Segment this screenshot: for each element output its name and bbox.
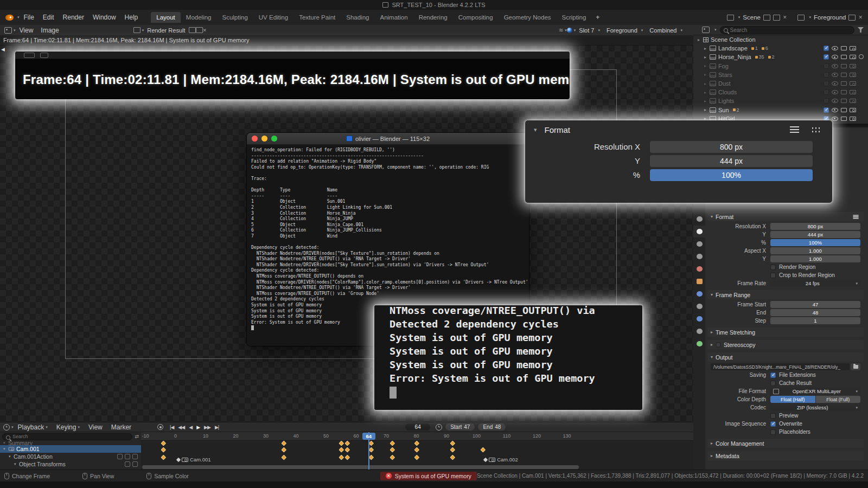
new-image-icon[interactable] (189, 27, 196, 33)
outliner-row-fog[interactable]: ▸Fog (693, 62, 868, 70)
expand-arrow-icon[interactable]: ▸ (704, 99, 710, 104)
layer-select[interactable]: Foreground▾ (603, 27, 646, 34)
outliner-search-input[interactable] (720, 26, 854, 34)
outliner-row-sun[interactable]: ▸Sun2 (693, 106, 868, 114)
panel-section-color-management[interactable]: ▸Color Management (707, 439, 864, 448)
disable-in-renders-icon[interactable] (850, 99, 856, 103)
exclude-checkbox[interactable] (824, 54, 829, 60)
channel-search[interactable] (2, 433, 132, 440)
use-preview-range-icon[interactable] (436, 424, 442, 431)
menu-render[interactable]: Render (59, 14, 88, 21)
checkbox-crop-to-render-region[interactable] (770, 273, 776, 278)
percentage-slider[interactable]: 100% (650, 169, 813, 181)
keyframe-diamond[interactable] (282, 447, 286, 452)
terminal-titlebar[interactable]: olivier — Blender — 115×32 (247, 133, 529, 145)
hide-in-viewport-icon[interactable] (832, 46, 838, 50)
channel-cam-001action[interactable]: ▾Cam.001Action (0, 453, 141, 460)
image-name[interactable]: Render Result (144, 27, 188, 34)
channel-toggle-icon[interactable] (125, 461, 130, 467)
workspace-tab-texture-paint[interactable]: Texture Paint (293, 12, 341, 23)
browse-image-icon[interactable] (133, 27, 141, 33)
number-field[interactable]: 1.000 (770, 247, 860, 254)
timeline-scrollbar[interactable] (142, 465, 579, 469)
hide-in-viewport-icon[interactable] (832, 90, 838, 94)
exclude-checkbox[interactable] (824, 63, 829, 69)
hide-in-viewport-icon[interactable] (832, 64, 838, 68)
exclude-checkbox[interactable] (824, 81, 829, 86)
panel-menu-icon[interactable] (790, 126, 799, 133)
expand-arrow-icon[interactable]: ▾ (9, 454, 14, 459)
properties-tab-physics[interactable] (693, 313, 705, 325)
keyframe-diamond[interactable] (282, 441, 286, 446)
number-field[interactable]: 1 (770, 317, 860, 324)
keyframe-diamond[interactable] (369, 455, 374, 460)
view-menu[interactable]: View (16, 27, 37, 34)
workspace-tab-compositing[interactable]: Compositing (453, 12, 499, 23)
properties-tab-particles[interactable] (693, 300, 705, 312)
workspace-tab-modeling[interactable]: Modeling (181, 12, 217, 23)
keyframe-diamond[interactable] (414, 455, 419, 460)
workspace-tab-animation[interactable]: Animation (374, 12, 413, 23)
frame-end-field[interactable]: End48 (478, 423, 506, 431)
properties-tab-render[interactable] (693, 213, 705, 225)
disable-in-viewports-icon[interactable] (841, 73, 847, 77)
menu-help[interactable]: Help (120, 14, 143, 21)
expand-arrow-icon[interactable]: ▾ (3, 441, 8, 445)
panel-section-metadata[interactable]: ▸Metadata (707, 451, 864, 460)
disable-in-renders-icon[interactable] (850, 108, 856, 112)
expand-arrow-icon[interactable]: ▾ (3, 447, 8, 451)
hide-in-viewport-icon[interactable] (832, 55, 838, 59)
properties-tab-output[interactable] (693, 226, 705, 237)
expand-arrow-icon[interactable]: ▾ (14, 462, 19, 466)
dropdown-codec[interactable]: ZIP (lossless)▾ (770, 404, 860, 411)
section-checkbox[interactable] (716, 342, 721, 347)
timeline-editor-icon[interactable] (3, 424, 10, 431)
unlink-scene-icon[interactable]: ✕ (783, 15, 787, 20)
timeline-marker[interactable]: Cam.002 (484, 457, 518, 463)
keyframe-diamond[interactable] (450, 455, 455, 460)
keyframe-diamond[interactable] (480, 447, 485, 452)
prev-keyframe-button[interactable]: ◀◀ (176, 425, 187, 430)
auto-keying-icon[interactable] (157, 424, 163, 430)
remove-view-layer-icon[interactable]: ✕ (858, 15, 863, 20)
open-folder-button[interactable] (851, 363, 860, 370)
keyframe-diamond[interactable] (390, 441, 395, 446)
keyframe-diamond[interactable] (282, 455, 286, 460)
keyframe-diamond[interactable] (450, 441, 455, 446)
view-layer-name[interactable]: Foreground (814, 14, 846, 21)
next-keyframe-button[interactable]: ▶▶ (202, 425, 213, 430)
dropdown-file-format[interactable]: OpenEXR MultiLayer▾ (770, 388, 860, 395)
hide-in-viewport-icon[interactable] (832, 99, 838, 103)
image-editor-icon[interactable] (4, 27, 12, 34)
disable-in-renders-icon[interactable] (850, 81, 856, 86)
checkbox-cache-result[interactable] (770, 381, 776, 386)
hide-in-viewport-icon[interactable] (832, 73, 838, 77)
timeline-menu-keying[interactable]: Keying▾ (52, 423, 84, 431)
workspace-tab-uv-editing[interactable]: UV Editing (253, 12, 293, 23)
channel-object-transforms[interactable]: ▾Object Transforms (0, 460, 141, 468)
properties-tab-view-layer[interactable] (693, 238, 705, 250)
jump-to-start-button[interactable]: |◀ (168, 425, 176, 430)
disable-in-viewports-icon[interactable] (841, 90, 847, 94)
disable-in-renders-icon[interactable] (850, 73, 856, 77)
disable-in-viewports-icon[interactable] (841, 81, 847, 86)
add-workspace-button[interactable]: + (591, 14, 604, 21)
expand-arrow-icon[interactable]: ▸ (704, 72, 710, 77)
timeline-track-area[interactable]: -100102030405060708090100110120130 Cam.0… (141, 432, 693, 470)
disable-in-renders-icon[interactable] (850, 46, 856, 50)
view-layer-icon[interactable] (797, 15, 805, 21)
properties-tab-object-data[interactable] (693, 338, 705, 350)
workspace-tab-shading[interactable]: Shading (341, 12, 374, 23)
timeline-menu-view[interactable]: View (84, 423, 107, 431)
expand-arrow-icon[interactable]: ▸ (704, 46, 710, 51)
expand-arrow-icon[interactable]: ▸ (704, 63, 710, 68)
number-field[interactable]: 444 px (650, 155, 813, 167)
properties-tab-modifiers[interactable] (693, 288, 705, 300)
hide-in-viewport-icon[interactable] (832, 108, 838, 112)
dropdown-frame-rate[interactable]: 24 fps▾ (770, 280, 860, 287)
workspace-tab-layout[interactable]: Layout (151, 12, 181, 23)
scene-name[interactable]: Scene (743, 14, 761, 21)
outliner-row-clouds[interactable]: ▸Clouds (693, 88, 868, 97)
exclude-checkbox[interactable] (824, 72, 829, 78)
disable-in-renders-icon[interactable] (850, 117, 856, 121)
